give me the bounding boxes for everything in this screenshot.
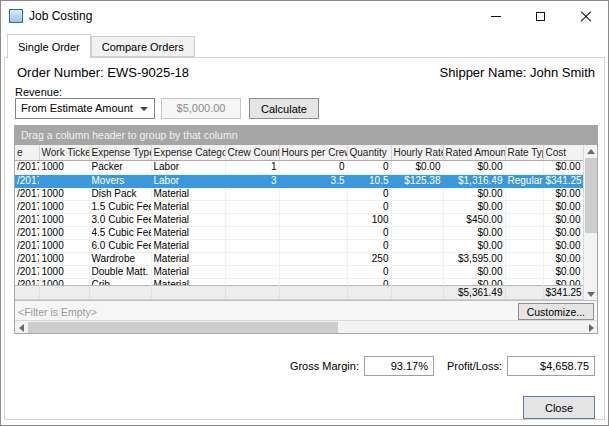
summary-cell: $341.25	[543, 286, 583, 300]
grid-cell: 1000	[39, 252, 89, 265]
vertical-scroll-thumb[interactable]	[585, 158, 597, 233]
grid-cell: Packer	[89, 161, 151, 174]
grid-cell	[391, 213, 443, 226]
grid-cell: 0	[347, 200, 391, 213]
tab-strip: Single Order Compare Orders	[7, 34, 195, 58]
grid-cell: Material	[151, 278, 225, 285]
customize-button[interactable]: Customize...	[518, 303, 594, 320]
summary-cell	[39, 286, 89, 300]
grid-row[interactable]: /20171000Dish PackMaterial0$0.00$0.00	[15, 187, 583, 200]
grid-row[interactable]: /201710004.5 Cubic FeetMaterial0$0.00$0.…	[15, 226, 583, 239]
grid-cell: 0	[347, 161, 391, 174]
grid-cell: $0.00	[543, 252, 583, 265]
grid-cell: $1,316.49	[443, 174, 505, 187]
grid-cell: $0.00	[443, 239, 505, 252]
grid-cell: $3,595.00	[443, 252, 505, 265]
grid-cell: Dish Pack	[89, 187, 151, 200]
grid-cell	[391, 252, 443, 265]
scroll-right-arrow-icon[interactable]	[585, 322, 597, 333]
column-header[interactable]: Quantity	[347, 145, 391, 160]
grid-cell: $0.00	[543, 265, 583, 278]
grid-cell	[225, 226, 279, 239]
grid-cell: Material	[151, 200, 225, 213]
grid-cell	[391, 226, 443, 239]
maximize-button[interactable]	[518, 1, 563, 31]
horizontal-scroll-thumb[interactable]	[28, 322, 338, 333]
summary-cell	[347, 286, 391, 300]
grid-cell	[391, 200, 443, 213]
grid-cell: $450.00	[443, 213, 505, 226]
grid-cell	[225, 252, 279, 265]
tab-single-order[interactable]: Single Order	[7, 34, 91, 58]
grid-cell: 1000	[39, 226, 89, 239]
grid-cell: Material	[151, 265, 225, 278]
column-header[interactable]: Hours per Crew	[279, 145, 347, 160]
grid-cell: 0	[347, 187, 391, 200]
scroll-up-arrow-icon[interactable]	[585, 145, 597, 157]
grid-row[interactable]: /201710001.5 Cubic FeetMaterial0$0.00$0.…	[15, 200, 583, 213]
grid-cell	[391, 265, 443, 278]
profit-loss-label: Profit/Loss:	[447, 360, 502, 372]
grid-cell: /2017	[15, 226, 39, 239]
grid-cell: 0	[347, 265, 391, 278]
close-window-button[interactable]	[563, 1, 608, 31]
close-icon	[580, 10, 592, 22]
scroll-down-arrow-icon[interactable]	[585, 288, 597, 300]
grid-cell	[505, 239, 543, 252]
grid-cell: 1.5 Cubic Feet	[89, 200, 151, 213]
column-header[interactable]: Crew Count	[225, 145, 279, 160]
column-header[interactable]: Rate Type	[505, 145, 543, 160]
grid-cell	[505, 161, 543, 174]
grid-cell	[505, 278, 543, 285]
grid-cell: 3.0 Cubic Feet	[89, 213, 151, 226]
group-by-bar[interactable]: Drag a column header to group by that co…	[15, 126, 597, 145]
grid-cell: $0.00	[443, 187, 505, 200]
column-header[interactable]: Expense Category	[151, 145, 225, 160]
tab-compare-orders[interactable]: Compare Orders	[91, 36, 195, 57]
minimize-icon	[491, 16, 501, 17]
grid-cell: $0.00	[443, 278, 505, 285]
grid-cell: 4.5 Cubic Feet	[89, 226, 151, 239]
grid-cell	[505, 187, 543, 200]
scroll-left-arrow-icon[interactable]	[15, 322, 27, 333]
column-header[interactable]: Cost	[543, 145, 583, 160]
grid-row[interactable]: /20171000Double Matt.Material0$0.00$0.00	[15, 265, 583, 278]
column-header[interactable]: e	[15, 145, 39, 160]
grid-cell	[391, 239, 443, 252]
grid-row[interactable]: /20171000WardrobeMaterial250$3,595.00$0.…	[15, 252, 583, 265]
column-header[interactable]: Rated Amount	[443, 145, 505, 160]
column-header[interactable]: Work Ticket	[39, 145, 89, 160]
grid-cell: 0	[347, 226, 391, 239]
summary-cell	[151, 286, 225, 300]
grid-cell: $0.00	[443, 200, 505, 213]
vertical-scrollbar	[583, 145, 597, 300]
window-title: Job Costing	[29, 9, 92, 23]
grid-cell: Material	[151, 252, 225, 265]
column-header[interactable]: Expense Type	[89, 145, 151, 160]
minimize-button[interactable]	[473, 1, 518, 31]
grid-cell: $0.00	[543, 213, 583, 226]
grid-rows-viewport: /20171000PackerLabor100$0.00$0.00$0.00/2…	[15, 161, 583, 285]
grid-header-row: eWork TicketExpense TypeExpense Category…	[15, 145, 583, 160]
profit-loss-value: $4,658.75	[507, 356, 595, 376]
revenue-amount-field[interactable]: $5,000.00	[161, 98, 241, 119]
totals-footer: Gross Margin: 93.17% Profit/Loss: $4,658…	[290, 356, 595, 376]
grid-cell: 0	[347, 278, 391, 285]
grid-cell	[225, 200, 279, 213]
grid-row[interactable]: /201710003.0 Cubic FeetMaterial100$450.0…	[15, 213, 583, 226]
grid-cell: 10.5	[347, 174, 391, 187]
grid-cell: /2017	[15, 187, 39, 200]
filter-status-text: <Filter is Empty>	[18, 306, 97, 318]
grid-cell: /2017	[15, 161, 39, 174]
grid-row[interactable]: /201710006.0 Cubic FeetMaterial0$0.00$0.…	[15, 239, 583, 252]
grid-cell	[505, 213, 543, 226]
grid-cell: 1000	[39, 187, 89, 200]
grid-cell: 3	[225, 174, 279, 187]
grid-row[interactable]: /2017MoversLabor33.510.5$125.38$1,316.49…	[15, 174, 583, 187]
column-header[interactable]: Hourly Rate	[391, 145, 443, 160]
close-button[interactable]: Close	[523, 396, 595, 419]
grid-row[interactable]: /20171000PackerLabor100$0.00$0.00$0.00	[15, 161, 583, 174]
calculate-button[interactable]: Calculate	[249, 98, 319, 119]
revenue-source-select[interactable]: From Estimate Amount	[15, 98, 155, 119]
grid-row[interactable]: /20171000CribMaterial0$0.00$0.00	[15, 278, 583, 285]
